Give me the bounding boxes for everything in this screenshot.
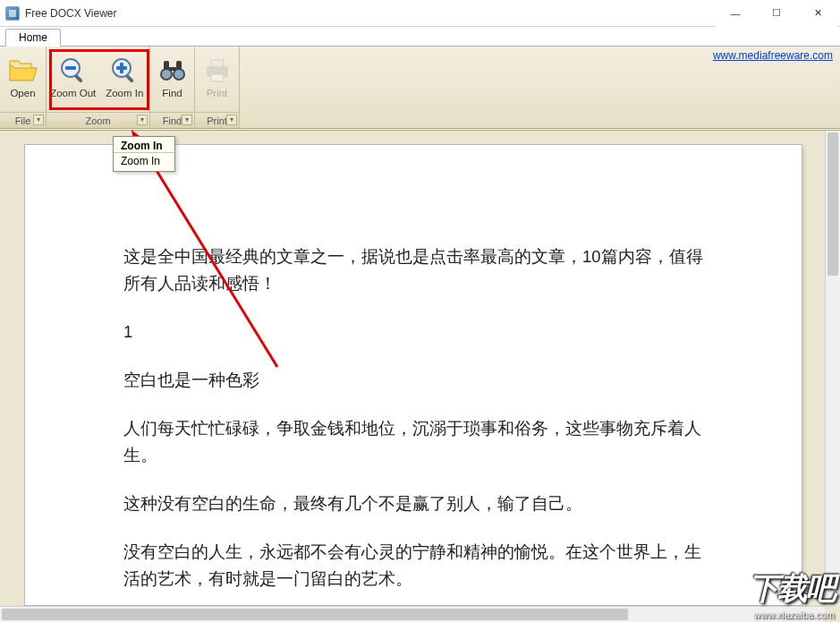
svg-rect-6 bbox=[125, 74, 134, 83]
folder-open-icon bbox=[8, 54, 38, 88]
ribbon-group-zoom: Zoom Out Zoom In Zoom ▾ bbox=[47, 47, 150, 128]
tooltip: Zoom In Zoom In bbox=[113, 136, 175, 172]
paragraph: 这种没有空白的生命，最终有几个不是赢了别人，输了自己。 bbox=[123, 490, 712, 517]
ribbon: Open File ▾ Zoom Out bbox=[0, 47, 840, 129]
print-dialog-launcher[interactable]: ▾ bbox=[226, 115, 237, 125]
horizontal-scrollbar[interactable] bbox=[0, 606, 825, 622]
group-label-file: File ▾ bbox=[0, 112, 46, 128]
svg-point-9 bbox=[162, 70, 171, 79]
ribbon-group-print: Print Print ▾ bbox=[195, 47, 240, 128]
binoculars-icon bbox=[158, 54, 187, 88]
svg-rect-13 bbox=[169, 67, 176, 71]
paragraph: 这是全中国最经典的文章之一，据说也是点击率最高的文章，10篇内容，值得所有人品读… bbox=[123, 243, 712, 297]
document-area: 这是全中国最经典的文章之一，据说也是点击率最高的文章，10篇内容，值得所有人品读… bbox=[0, 130, 840, 622]
print-label: Print bbox=[207, 88, 228, 99]
open-label: Open bbox=[10, 88, 35, 99]
zoom-in-label: Zoom In bbox=[106, 88, 143, 99]
website-link[interactable]: www.mediafreeware.com bbox=[713, 49, 833, 62]
tab-strip: Home bbox=[0, 27, 840, 47]
zoom-in-icon bbox=[110, 54, 139, 88]
paragraph: 1 bbox=[123, 319, 712, 345]
find-dialog-launcher[interactable]: ▾ bbox=[182, 115, 192, 125]
svg-rect-12 bbox=[176, 61, 182, 70]
open-button[interactable]: Open bbox=[1, 49, 45, 111]
printer-icon bbox=[204, 54, 231, 88]
scrollbar-thumb[interactable] bbox=[2, 609, 628, 620]
zoom-in-button[interactable]: Zoom In bbox=[100, 49, 148, 111]
tab-home[interactable]: Home bbox=[5, 29, 61, 47]
ribbon-group-find: Find Find ▾ bbox=[150, 47, 195, 128]
document-page: 这是全中国最经典的文章之一，据说也是点击率最高的文章，10篇内容，值得所有人品读… bbox=[24, 144, 802, 606]
ribbon-group-file: Open File ▾ bbox=[0, 47, 47, 128]
window-title: Free DOCX Viewer bbox=[25, 7, 116, 20]
svg-rect-5 bbox=[120, 63, 123, 73]
vertical-scrollbar[interactable] bbox=[825, 131, 840, 606]
zoom-out-icon bbox=[59, 54, 88, 88]
tooltip-body: Zoom In bbox=[114, 153, 174, 171]
find-button[interactable]: Find bbox=[151, 49, 193, 111]
title-bar: Free DOCX Viewer — ☐ ✕ bbox=[0, 0, 840, 27]
group-label-zoom: Zoom ▾ bbox=[47, 112, 149, 128]
print-button[interactable]: Print bbox=[196, 49, 238, 111]
scrollbar-thumb[interactable] bbox=[827, 132, 838, 276]
zoom-out-label: Zoom Out bbox=[50, 88, 96, 99]
paragraph: 人们每天忙忙碌碌，争取金钱和地位，沉溺于琐事和俗务，这些事物充斥着人生。 bbox=[123, 415, 712, 469]
group-label-print: Print ▾ bbox=[195, 112, 239, 128]
minimize-button[interactable]: — bbox=[715, 0, 756, 27]
file-dialog-launcher[interactable]: ▾ bbox=[33, 115, 44, 125]
group-label-find: Find ▾ bbox=[150, 112, 194, 128]
zoom-dialog-launcher[interactable]: ▾ bbox=[137, 115, 148, 125]
svg-rect-2 bbox=[74, 74, 83, 83]
maximize-button[interactable]: ☐ bbox=[756, 0, 797, 27]
svg-rect-11 bbox=[164, 61, 169, 70]
paragraph: 没有空白的人生，永远都不会有心灵的宁静和精神的愉悦。在这个世界上，生活的艺术，有… bbox=[123, 539, 712, 592]
paragraph: 空白也是一种色彩 bbox=[123, 367, 712, 394]
svg-point-10 bbox=[174, 70, 183, 79]
find-label: Find bbox=[162, 88, 182, 99]
svg-rect-1 bbox=[65, 66, 76, 70]
svg-rect-15 bbox=[211, 60, 224, 67]
close-button[interactable]: ✕ bbox=[797, 0, 838, 27]
svg-rect-16 bbox=[211, 74, 224, 81]
tooltip-title: Zoom In bbox=[114, 137, 174, 153]
app-icon bbox=[5, 6, 20, 21]
zoom-out-button[interactable]: Zoom Out bbox=[47, 49, 98, 111]
